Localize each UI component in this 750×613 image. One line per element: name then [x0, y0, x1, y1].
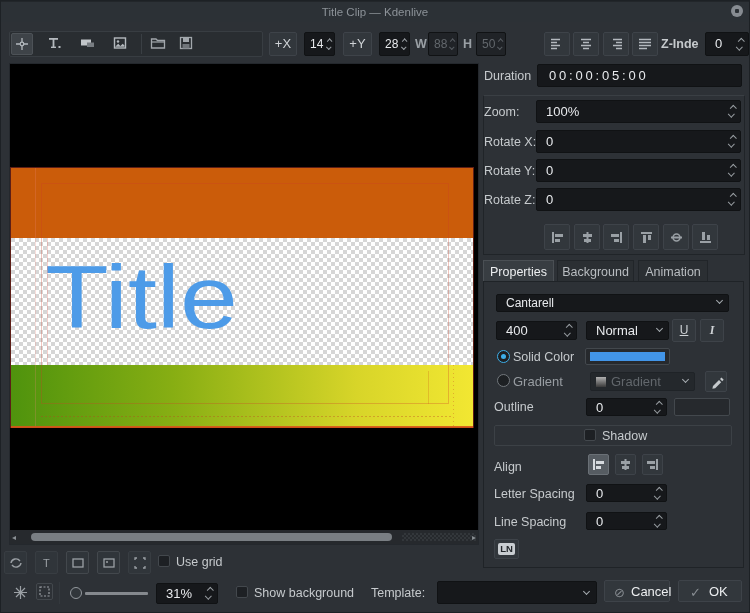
svg-text:T: T [43, 557, 50, 569]
